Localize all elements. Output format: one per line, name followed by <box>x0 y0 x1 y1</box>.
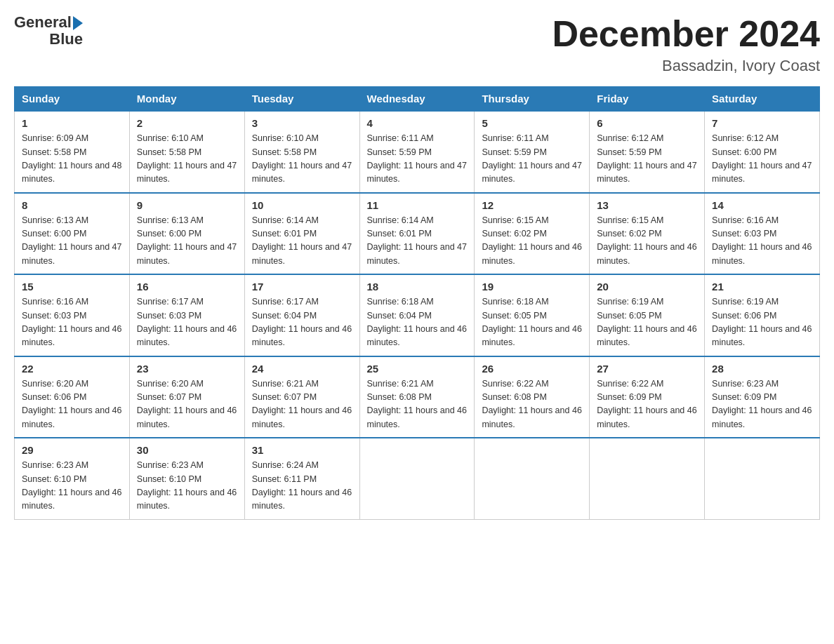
day-number: 15 <box>22 281 122 293</box>
calendar-cell: 3Sunrise: 6:10 AMSunset: 5:58 PMDaylight… <box>244 111 359 193</box>
calendar-cell: 14Sunrise: 6:16 AMSunset: 6:03 PMDayligh… <box>705 193 820 275</box>
day-info: Sunrise: 6:23 AMSunset: 6:10 PMDaylight:… <box>22 459 122 514</box>
calendar-week-row: 29Sunrise: 6:23 AMSunset: 6:10 PMDayligh… <box>15 438 820 519</box>
day-number: 4 <box>367 117 468 129</box>
day-number: 30 <box>137 444 237 456</box>
location: Bassadzin, Ivory Coast <box>552 57 820 75</box>
calendar-week-row: 8Sunrise: 6:13 AMSunset: 6:00 PMDaylight… <box>15 193 820 275</box>
day-info: Sunrise: 6:12 AMSunset: 6:00 PMDaylight:… <box>712 132 812 187</box>
day-number: 10 <box>252 199 352 211</box>
day-number: 28 <box>712 363 812 375</box>
day-info: Sunrise: 6:11 AMSunset: 5:59 PMDaylight:… <box>367 132 468 187</box>
day-number: 16 <box>137 281 237 293</box>
day-number: 18 <box>367 281 468 293</box>
calendar-cell: 2Sunrise: 6:10 AMSunset: 5:58 PMDaylight… <box>129 111 244 193</box>
calendar-cell: 17Sunrise: 6:17 AMSunset: 6:04 PMDayligh… <box>244 274 359 356</box>
day-number: 6 <box>597 117 697 129</box>
day-info: Sunrise: 6:10 AMSunset: 5:58 PMDaylight:… <box>137 132 237 187</box>
calendar-cell: 12Sunrise: 6:15 AMSunset: 6:02 PMDayligh… <box>475 193 590 275</box>
day-number: 5 <box>482 117 582 129</box>
column-header-sunday: Sunday <box>15 87 130 112</box>
calendar-cell: 31Sunrise: 6:24 AMSunset: 6:11 PMDayligh… <box>244 438 359 519</box>
calendar-cell: 6Sunrise: 6:12 AMSunset: 5:59 PMDaylight… <box>590 111 705 193</box>
day-number: 13 <box>597 199 697 211</box>
calendar-cell: 26Sunrise: 6:22 AMSunset: 6:08 PMDayligh… <box>475 356 590 438</box>
day-info: Sunrise: 6:19 AMSunset: 6:06 PMDaylight:… <box>712 295 812 350</box>
calendar-cell: 1Sunrise: 6:09 AMSunset: 5:58 PMDaylight… <box>15 111 130 193</box>
calendar-cell: 20Sunrise: 6:19 AMSunset: 6:05 PMDayligh… <box>590 274 705 356</box>
day-info: Sunrise: 6:21 AMSunset: 6:07 PMDaylight:… <box>252 377 352 432</box>
day-info: Sunrise: 6:14 AMSunset: 6:01 PMDaylight:… <box>252 214 352 269</box>
day-info: Sunrise: 6:24 AMSunset: 6:11 PMDaylight:… <box>252 459 352 514</box>
calendar-cell: 5Sunrise: 6:11 AMSunset: 5:59 PMDaylight… <box>475 111 590 193</box>
day-number: 12 <box>482 199 582 211</box>
calendar-cell: 10Sunrise: 6:14 AMSunset: 6:01 PMDayligh… <box>244 193 359 275</box>
calendar-table: SundayMondayTuesdayWednesdayThursdayFrid… <box>14 86 820 520</box>
logo-text-general: General <box>14 14 72 31</box>
logo-arrow-icon <box>73 16 83 30</box>
calendar-cell: 8Sunrise: 6:13 AMSunset: 6:00 PMDaylight… <box>15 193 130 275</box>
calendar-cell <box>359 438 475 519</box>
calendar-cell: 11Sunrise: 6:14 AMSunset: 6:01 PMDayligh… <box>359 193 475 275</box>
logo-text-blue: Blue <box>49 31 83 48</box>
day-info: Sunrise: 6:16 AMSunset: 6:03 PMDaylight:… <box>22 295 122 350</box>
calendar-cell: 18Sunrise: 6:18 AMSunset: 6:04 PMDayligh… <box>359 274 475 356</box>
month-title: December 2024 <box>552 14 820 54</box>
day-info: Sunrise: 6:21 AMSunset: 6:08 PMDaylight:… <box>367 377 468 432</box>
day-number: 20 <box>597 281 697 293</box>
calendar-cell: 16Sunrise: 6:17 AMSunset: 6:03 PMDayligh… <box>129 274 244 356</box>
day-number: 7 <box>712 117 812 129</box>
day-number: 24 <box>252 363 352 375</box>
calendar-cell: 4Sunrise: 6:11 AMSunset: 5:59 PMDaylight… <box>359 111 475 193</box>
calendar-header-row: SundayMondayTuesdayWednesdayThursdayFrid… <box>15 87 820 112</box>
calendar-body: 1Sunrise: 6:09 AMSunset: 5:58 PMDaylight… <box>15 111 820 519</box>
calendar-cell: 23Sunrise: 6:20 AMSunset: 6:07 PMDayligh… <box>129 356 244 438</box>
day-info: Sunrise: 6:18 AMSunset: 6:05 PMDaylight:… <box>482 295 582 350</box>
calendar-cell: 21Sunrise: 6:19 AMSunset: 6:06 PMDayligh… <box>705 274 820 356</box>
day-number: 3 <box>252 117 352 129</box>
calendar-cell: 9Sunrise: 6:13 AMSunset: 6:00 PMDaylight… <box>129 193 244 275</box>
day-info: Sunrise: 6:23 AMSunset: 6:09 PMDaylight:… <box>712 377 812 432</box>
day-number: 26 <box>482 363 582 375</box>
day-info: Sunrise: 6:20 AMSunset: 6:06 PMDaylight:… <box>22 377 122 432</box>
calendar-week-row: 1Sunrise: 6:09 AMSunset: 5:58 PMDaylight… <box>15 111 820 193</box>
day-info: Sunrise: 6:22 AMSunset: 6:09 PMDaylight:… <box>597 377 697 432</box>
calendar-cell <box>705 438 820 519</box>
day-info: Sunrise: 6:19 AMSunset: 6:05 PMDaylight:… <box>597 295 697 350</box>
day-number: 23 <box>137 363 237 375</box>
day-info: Sunrise: 6:14 AMSunset: 6:01 PMDaylight:… <box>367 214 468 269</box>
day-info: Sunrise: 6:09 AMSunset: 5:58 PMDaylight:… <box>22 132 122 187</box>
day-info: Sunrise: 6:18 AMSunset: 6:04 PMDaylight:… <box>367 295 468 350</box>
page-header: General Blue December 2024 Bassadzin, Iv… <box>14 14 820 75</box>
calendar-cell: 19Sunrise: 6:18 AMSunset: 6:05 PMDayligh… <box>475 274 590 356</box>
day-number: 11 <box>367 199 468 211</box>
calendar-cell: 30Sunrise: 6:23 AMSunset: 6:10 PMDayligh… <box>129 438 244 519</box>
calendar-cell: 7Sunrise: 6:12 AMSunset: 6:00 PMDaylight… <box>705 111 820 193</box>
day-number: 14 <box>712 199 812 211</box>
day-number: 1 <box>22 117 122 129</box>
day-info: Sunrise: 6:12 AMSunset: 5:59 PMDaylight:… <box>597 132 697 187</box>
day-number: 31 <box>252 444 352 456</box>
day-number: 27 <box>597 363 697 375</box>
calendar-week-row: 22Sunrise: 6:20 AMSunset: 6:06 PMDayligh… <box>15 356 820 438</box>
day-info: Sunrise: 6:15 AMSunset: 6:02 PMDaylight:… <box>482 214 582 269</box>
calendar-cell: 22Sunrise: 6:20 AMSunset: 6:06 PMDayligh… <box>15 356 130 438</box>
day-info: Sunrise: 6:15 AMSunset: 6:02 PMDaylight:… <box>597 214 697 269</box>
column-header-saturday: Saturday <box>705 87 820 112</box>
day-info: Sunrise: 6:11 AMSunset: 5:59 PMDaylight:… <box>482 132 582 187</box>
logo: General Blue <box>14 14 83 48</box>
calendar-cell: 24Sunrise: 6:21 AMSunset: 6:07 PMDayligh… <box>244 356 359 438</box>
column-header-wednesday: Wednesday <box>359 87 475 112</box>
day-info: Sunrise: 6:22 AMSunset: 6:08 PMDaylight:… <box>482 377 582 432</box>
day-info: Sunrise: 6:17 AMSunset: 6:03 PMDaylight:… <box>137 295 237 350</box>
day-number: 19 <box>482 281 582 293</box>
day-number: 8 <box>22 199 122 211</box>
day-info: Sunrise: 6:20 AMSunset: 6:07 PMDaylight:… <box>137 377 237 432</box>
day-info: Sunrise: 6:13 AMSunset: 6:00 PMDaylight:… <box>22 214 122 269</box>
calendar-cell: 27Sunrise: 6:22 AMSunset: 6:09 PMDayligh… <box>590 356 705 438</box>
calendar-cell <box>475 438 590 519</box>
day-number: 22 <box>22 363 122 375</box>
day-info: Sunrise: 6:17 AMSunset: 6:04 PMDaylight:… <box>252 295 352 350</box>
day-number: 29 <box>22 444 122 456</box>
day-info: Sunrise: 6:23 AMSunset: 6:10 PMDaylight:… <box>137 459 237 514</box>
